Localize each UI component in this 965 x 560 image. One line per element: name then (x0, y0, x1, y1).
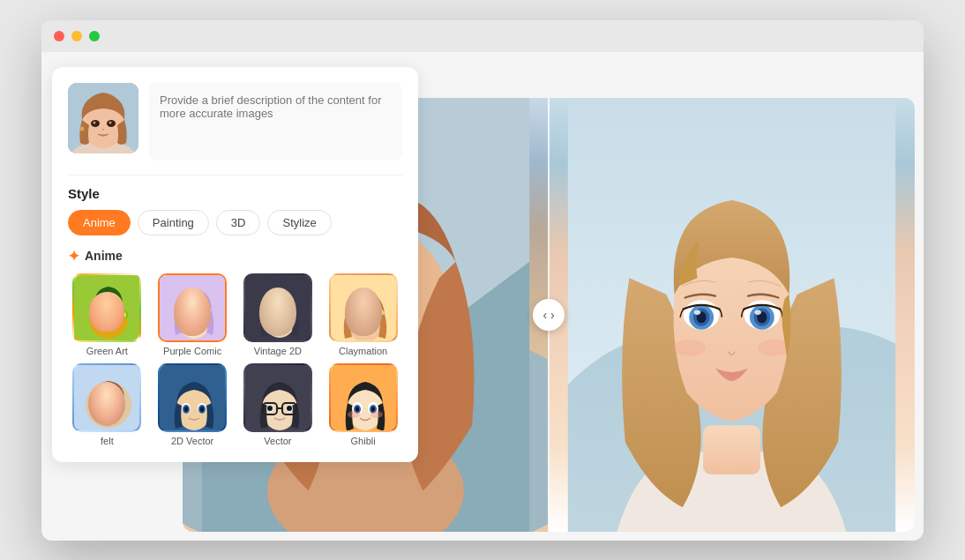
svg-point-24 (673, 339, 706, 355)
style-item-vintage-2d[interactable]: Vintage 2D (239, 273, 318, 356)
svg-point-60 (270, 314, 273, 319)
style-tab-anime[interactable]: Anime (68, 210, 131, 235)
svg-rect-46 (160, 275, 227, 342)
style-item-vector[interactable]: Vector (239, 363, 318, 446)
style-item-purple-comic[interactable]: Purple Comic (153, 273, 232, 356)
svg-point-62 (284, 312, 291, 321)
style-item-felt[interactable]: felt (68, 363, 146, 446)
style-tab-painting[interactable]: Painting (138, 210, 209, 235)
maximize-button[interactable] (89, 31, 100, 41)
left-panel: Style Anime Painting 3D Stylize ✦ Anime (52, 67, 418, 462)
svg-point-68 (355, 317, 359, 323)
anime-section-title: ✦ Anime (68, 248, 402, 265)
style-tabs: Anime Painting 3D Stylize (68, 210, 402, 235)
anime-half (549, 98, 915, 532)
svg-point-75 (96, 399, 105, 409)
svg-point-41 (89, 310, 98, 319)
description-input[interactable] (160, 93, 392, 146)
svg-point-70 (370, 316, 377, 325)
anime-section-label: Anime (85, 249, 123, 263)
input-row (68, 83, 402, 161)
description-area[interactable] (149, 83, 402, 161)
style-item-green-art[interactable]: Green Art (68, 273, 146, 356)
style-item-2d-vector[interactable]: 2D Vector (153, 363, 232, 446)
svg-point-79 (113, 400, 120, 409)
svg-point-38 (94, 292, 123, 325)
svg-point-49 (183, 312, 190, 321)
svg-point-32 (94, 121, 96, 123)
svg-point-76 (97, 400, 104, 409)
svg-point-52 (198, 312, 206, 321)
svg-point-73 (86, 382, 131, 428)
svg-point-77 (99, 402, 102, 407)
svg-point-43 (119, 310, 128, 319)
title-bar (41, 20, 924, 52)
style-thumb-vector (243, 363, 312, 432)
svg-point-34 (80, 126, 85, 131)
style-name-2d-vector: 2D Vector (171, 436, 213, 446)
avatar-box[interactable] (68, 83, 138, 153)
divider (68, 175, 402, 175)
svg-point-40 (112, 304, 119, 313)
svg-point-51 (198, 310, 206, 321)
svg-point-23 (754, 310, 760, 315)
svg-point-67 (354, 316, 361, 325)
svg-point-69 (368, 313, 378, 325)
svg-point-89 (200, 407, 204, 412)
svg-point-86 (184, 407, 188, 412)
content-area: ⊙ Creations ◷ History (41, 52, 924, 541)
style-thumb-2d-vector (158, 363, 227, 432)
svg-rect-13 (703, 425, 760, 474)
svg-point-61 (283, 310, 292, 321)
anime-face-svg (549, 98, 915, 532)
style-thumb-purple-comic (158, 273, 227, 342)
style-name-purple-comic: Purple Comic (163, 346, 221, 356)
svg-point-58 (267, 310, 276, 321)
close-button[interactable] (54, 31, 64, 41)
style-grid-row1: Green Art (68, 273, 402, 356)
svg-point-104 (355, 407, 359, 412)
svg-point-18 (694, 310, 700, 315)
svg-point-42 (91, 312, 96, 317)
style-name-felt: felt (101, 436, 114, 446)
style-item-ghibli[interactable]: Ghibli (324, 363, 402, 446)
minimize-button[interactable] (71, 31, 82, 41)
svg-point-97 (267, 406, 273, 411)
style-thumb-ghibli (329, 363, 398, 432)
svg-point-39 (98, 304, 105, 313)
style-name-vintage-2d: Vintage 2D (254, 346, 302, 356)
compare-handle[interactable]: ‹ › (533, 299, 565, 331)
svg-point-50 (184, 314, 188, 319)
svg-rect-64 (331, 275, 398, 342)
svg-point-66 (352, 313, 363, 325)
style-tab-3d[interactable]: 3D (216, 210, 261, 235)
svg-point-48 (182, 310, 191, 321)
svg-point-37 (89, 300, 128, 339)
compare-handle-label: ‹ › (542, 308, 554, 322)
style-label: Style (68, 186, 402, 201)
style-tab-stylize[interactable]: Stylize (267, 210, 331, 235)
style-item-claymation[interactable]: Claymation (324, 273, 402, 356)
svg-point-109 (370, 411, 383, 418)
svg-point-74 (93, 385, 124, 420)
svg-point-108 (348, 411, 360, 418)
svg-point-33 (109, 121, 112, 123)
browser-window: ⊙ Creations ◷ History (41, 20, 924, 541)
svg-point-55 (201, 320, 212, 325)
svg-rect-72 (74, 365, 141, 432)
style-name-ghibli: Ghibli (351, 436, 376, 446)
style-thumb-claymation (329, 273, 398, 342)
svg-point-107 (371, 407, 375, 412)
svg-point-63 (286, 314, 289, 319)
avatar-svg (68, 83, 138, 153)
style-thumb-felt (72, 363, 141, 432)
svg-point-65 (346, 296, 385, 342)
svg-point-54 (176, 320, 187, 325)
svg-point-47 (176, 296, 212, 339)
style-name-claymation: Claymation (339, 346, 387, 356)
spark-icon: ✦ (68, 248, 79, 265)
svg-point-80 (115, 402, 118, 407)
style-name-green-art: Green Art (86, 346, 128, 356)
style-grid-row2: felt (68, 363, 402, 446)
svg-point-98 (287, 406, 292, 411)
